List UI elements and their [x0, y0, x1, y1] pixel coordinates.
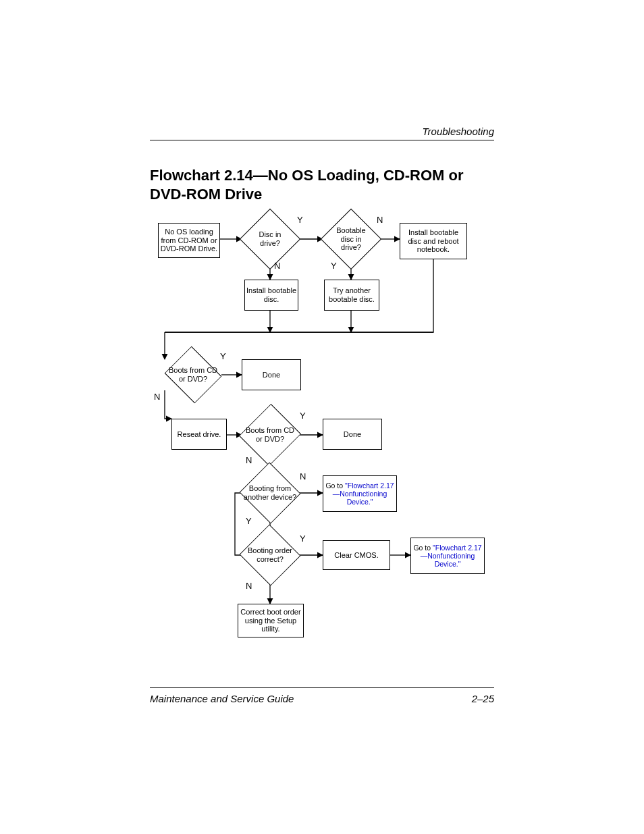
- node-try-another: Try another bootable disc.: [324, 280, 379, 311]
- label-disc-n: N: [274, 261, 280, 271]
- goto-217a-prefix: Go to: [325, 481, 345, 490]
- label-order-n: N: [246, 581, 252, 591]
- node-boots-2: Boots from CD or DVD?: [242, 413, 298, 457]
- label-another-y: Y: [246, 516, 252, 526]
- node-disc-in-drive: Disc in drive?: [248, 217, 292, 261]
- footer-left: Maintenance and Service Guide: [150, 693, 294, 704]
- label-bootable-n: N: [377, 215, 383, 225]
- header-rule: [150, 140, 494, 140]
- label-boots1-n: N: [154, 392, 160, 402]
- node-reseat: Reseat drive.: [171, 419, 227, 450]
- document-page: Troubleshooting Flowchart 2.14—No OS Loa…: [0, 0, 644, 834]
- page-title: Flowchart 2.14—No OS Loading, CD-ROM or …: [150, 166, 494, 203]
- node-start: No OS loading from CD-ROM or DVD-ROM Dri…: [158, 223, 220, 258]
- node-boots-1: Boots from CD or DVD?: [165, 357, 221, 393]
- node-goto-217a: Go to "Flowchart 2.17—Nonfunctioning Dev…: [323, 475, 397, 512]
- flowchart: No OS loading from CD-ROM or DVD-ROM Dri…: [150, 211, 497, 670]
- label-bootable-y: Y: [331, 261, 337, 271]
- node-booting-another-text: Booting from another device?: [242, 473, 298, 513]
- label-boots1-y: Y: [220, 351, 226, 361]
- node-boots-2-text: Boots from CD or DVD?: [242, 413, 298, 457]
- header-section: Troubleshooting: [423, 126, 494, 137]
- label-another-n: N: [300, 471, 306, 481]
- footer-rule: [150, 687, 494, 688]
- node-install-bootable: Install bootable disc.: [244, 280, 298, 311]
- node-bootable-in-drive: Bootable disc in drive?: [329, 217, 373, 261]
- node-booting-order: Booting order correct?: [242, 535, 298, 575]
- node-clear-cmos: Clear CMOS.: [323, 540, 390, 570]
- node-bootable-in-drive-text: Bootable disc in drive?: [329, 217, 373, 261]
- node-boots-1-text: Boots from CD or DVD?: [165, 357, 221, 393]
- label-order-y: Y: [300, 533, 306, 544]
- node-booting-another: Booting from another device?: [242, 473, 298, 513]
- node-install-reboot: Install bootable disc and reboot noteboo…: [400, 223, 467, 259]
- label-boots2-y: Y: [300, 411, 306, 421]
- label-disc-y: Y: [297, 215, 303, 225]
- footer-right: 2–25: [472, 693, 494, 704]
- goto-217b-prefix: Go to: [413, 544, 433, 552]
- node-done-1: Done: [242, 359, 301, 390]
- label-boots2-n: N: [246, 455, 252, 465]
- node-booting-order-text: Booting order correct?: [242, 535, 298, 575]
- node-done-2: Done: [323, 419, 382, 450]
- node-correct-boot: Correct boot order using the Setup utili…: [238, 604, 304, 637]
- node-disc-in-drive-text: Disc in drive?: [248, 217, 292, 261]
- node-goto-217b: Go to "Flowchart 2.17—Nonfunctioning Dev…: [410, 538, 485, 574]
